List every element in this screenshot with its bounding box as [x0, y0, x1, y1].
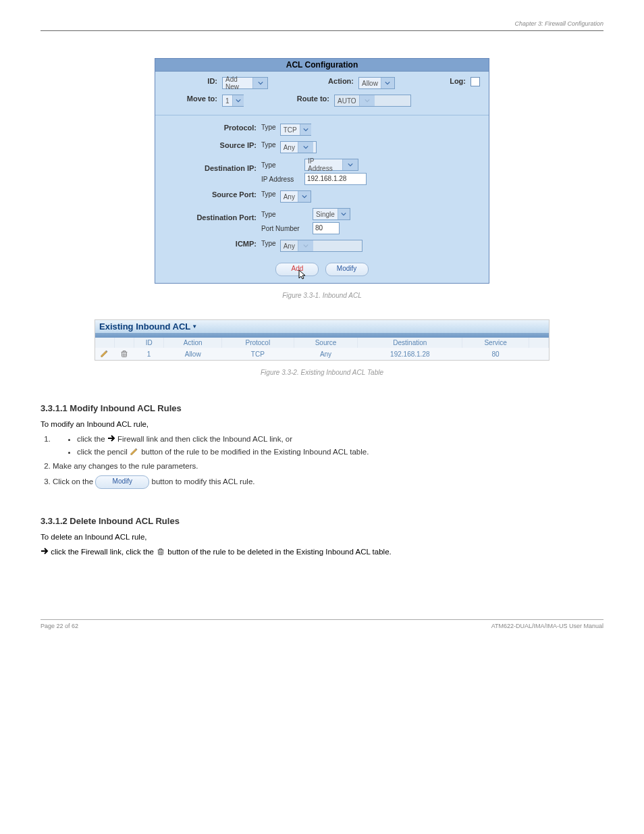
table-row: 1 Allow TCP Any 192.168.1.28 80	[95, 348, 549, 360]
modify-steps: click the Firewall link and then click t…	[53, 434, 603, 489]
chevron-down-icon	[298, 142, 313, 153]
cursor-icon	[296, 269, 307, 283]
col-destination: Destination	[358, 338, 462, 348]
chevron-down-icon	[300, 124, 311, 135]
id-label: ID:	[162, 76, 220, 86]
delete-step: click the Firewall link, click the butto…	[41, 546, 603, 558]
pencil-icon	[130, 448, 139, 456]
acl-row-destination-port: Destination Port: Type Single Port Numbe…	[162, 207, 482, 236]
edit-row-button[interactable]	[95, 348, 115, 360]
existing-inbound-acl-panel: Existing Inbound ACL▼ ID Action Protocol…	[95, 319, 549, 361]
icmp-type-dropdown: Any	[280, 240, 363, 252]
footer-page: Page 22 of 62	[41, 623, 78, 629]
route-to-label: Route to:	[246, 93, 332, 104]
destination-port-type-dropdown[interactable]: Single	[313, 208, 350, 220]
id-dropdown[interactable]: Add New	[222, 77, 268, 89]
triangle-down-icon: ▼	[192, 323, 197, 330]
trash-icon	[156, 548, 165, 556]
arrow-right-icon	[107, 435, 115, 443]
chevron-down-icon	[381, 78, 394, 88]
destination-port-label: Destination Port:	[162, 207, 259, 223]
acl-configuration-panel: ACL Configuration ID: Add New Action: Al…	[155, 58, 489, 284]
chevron-down-icon	[338, 209, 350, 219]
acl-row-id-action-log: ID: Add New Action: Allow Log:	[162, 76, 482, 90]
chevron-down-icon	[298, 240, 313, 251]
action-label: Action:	[270, 76, 356, 86]
existing-acl-table: ID Action Protocol Source Destination Se…	[95, 338, 549, 360]
col-action: Action	[164, 338, 222, 348]
chevron-down-icon	[359, 95, 375, 106]
chevron-down-icon	[252, 78, 267, 88]
chevron-down-icon	[232, 95, 244, 106]
source-ip-label: Source IP:	[162, 140, 259, 151]
action-dropdown[interactable]: Allow	[358, 77, 395, 89]
acl-row-protocol: Protocol: Type TCP	[162, 122, 482, 137]
type-word: Type	[259, 122, 278, 132]
chevron-down-icon	[342, 159, 358, 170]
col-id: ID	[134, 338, 164, 348]
destination-ip-label: Destination IP:	[162, 157, 259, 174]
destination-port-number-input[interactable]: 80	[313, 222, 340, 234]
add-button[interactable]: Add	[275, 263, 319, 276]
source-port-label: Source Port:	[162, 189, 259, 200]
source-ip-type-dropdown[interactable]: Any	[280, 141, 317, 153]
destination-ip-type-dropdown[interactable]: IP Address	[304, 159, 358, 171]
delete-row-button[interactable]	[115, 348, 134, 360]
page-separator	[41, 30, 603, 31]
log-checkbox[interactable]	[471, 77, 480, 86]
delete-intro: To delete an Inbound ACL rule,	[41, 531, 603, 544]
log-label: Log:	[450, 76, 468, 86]
route-to-dropdown: AUTO	[334, 95, 411, 107]
section-delete-title: 3.3.1.2 Delete Inbound ACL Rules	[41, 516, 603, 526]
col-protocol: Protocol	[222, 338, 294, 348]
modify-intro: To modify an Inbound ACL rule,	[41, 419, 603, 431]
acl-panel-title: ACL Configuration	[155, 59, 489, 72]
chevron-down-icon	[298, 191, 311, 202]
col-service: Service	[462, 338, 529, 348]
protocol-label: Protocol:	[162, 122, 259, 133]
figure-caption-1: Figure 3.3-1. Inbound ACL	[41, 292, 603, 299]
col-source: Source	[294, 338, 358, 348]
source-port-type-dropdown[interactable]: Any	[280, 190, 311, 203]
acl-row-destination-ip: Destination IP: Type IP Address IP Addre…	[162, 157, 482, 186]
acl-row-icmp: ICMP: Type Any	[162, 238, 482, 253]
acl-row-source-ip: Source IP: Type Any	[162, 140, 482, 155]
acl-row-move-route: Move to: 1 Route to: AUTO	[162, 93, 482, 108]
protocol-type-dropdown[interactable]: TCP	[280, 124, 311, 136]
acl-row-source-port: Source Port: Type Any	[162, 189, 482, 204]
move-to-dropdown[interactable]: 1	[222, 95, 244, 107]
footer-manual: ATM622-DUAL/IMA/IMA-US User Manual	[491, 623, 603, 629]
move-to-label: Move to:	[162, 93, 220, 104]
existing-acl-title[interactable]: Existing Inbound ACL▼	[95, 320, 549, 333]
icmp-label: ICMP:	[162, 238, 259, 249]
destination-ip-address-input[interactable]: 192.168.1.28	[304, 173, 367, 185]
arrow-right-icon	[41, 548, 49, 556]
page-header-chapter: Chapter 3: Firewall Configuration	[41, 20, 603, 27]
section-modify-title: 3.3.1.1 Modify Inbound ACL Rules	[41, 403, 603, 413]
modify-button[interactable]: Modify	[325, 263, 369, 276]
figure-caption-2: Figure 3.3-2. Existing Inbound ACL Table	[41, 369, 603, 376]
modify-inline-button: Modify	[95, 475, 149, 489]
page-footer: Page 22 of 62 ATM622-DUAL/IMA/IMA-US Use…	[41, 619, 603, 629]
